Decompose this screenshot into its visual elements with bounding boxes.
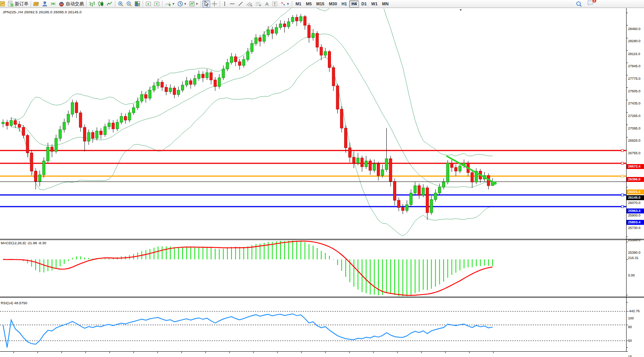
notification-badge: 1 [592,0,597,3]
line-handle[interactable] [621,175,624,177]
vertical-line-button[interactable] [221,0,228,8]
chart-canvas[interactable] [0,8,644,357]
toolbar-separator [201,1,201,7]
toolbar-separator [220,1,220,7]
new-order-button[interactable]: 新订单 [6,0,30,8]
macd-tick-label: 0.00 [628,273,635,277]
line-handle[interactable] [621,149,624,152]
toolbar-separator [31,1,31,7]
macd-tick-label: 216.31 [628,256,639,260]
price-line-label: 26145.0 [627,195,644,200]
zoom-out-button[interactable] [125,0,133,8]
timeframe-button-w1[interactable]: W1 [369,0,380,8]
timeframe-button-m15[interactable]: M15 [314,0,326,8]
price-tick-label: 27775.0 [628,77,641,81]
horizontal-line-button[interactable] [228,0,236,8]
price-line-label: 26221.4 [627,190,644,194]
price-tick-label: 25730.0 [628,226,641,230]
chevron-down-icon: ▼ [184,2,187,6]
crosshair-button[interactable] [210,0,219,8]
indicators-button[interactable]: ▼ [164,0,176,8]
svg-text:F: F [260,4,261,7]
search-icon[interactable] [575,0,583,8]
rsi-tick-label: 100 [628,316,634,320]
price-line-label: 26572.4 [627,164,644,169]
macd-tick-label: -442.76 [628,309,640,313]
price-tick-label: 28115.0 [628,52,640,56]
main-toolbar: 新订单 自动交易 [0,0,644,8]
price-line-label: 26396.9 [627,177,644,182]
toolbar-separator [143,1,143,7]
svg-text:E: E [250,4,252,7]
bars-icon[interactable] [88,0,96,8]
chevron-down-icon: ▼ [195,2,198,6]
rsi-indicator-label: RSI(14) 48.5750 [1,301,27,305]
toolbar-separator [115,1,115,7]
price-tick-label: 27945.0 [628,64,641,68]
timeframe-toolbar: M1M5M15M30H1H4D1W1MN [293,0,391,8]
time-axis[interactable] [0,351,628,357]
rsi-panel [0,311,627,348]
cursor-button[interactable] [202,0,210,8]
price-tick-label: 25390.0 [628,251,641,254]
templates-button[interactable]: ▼ [188,0,200,8]
timeframe-button-m5[interactable]: M5 [304,0,314,8]
price-tick-label: 27435.0 [628,101,641,105]
label-button[interactable]: T [271,0,279,8]
rsi-tick-label: 15 [628,355,632,357]
timeframe-button-h1[interactable]: H1 [339,0,349,8]
timeframe-button-mn[interactable]: MN [380,0,391,8]
candles-icon[interactable] [96,0,105,8]
timeframe-button-m30[interactable]: M30 [327,0,339,8]
channel-button[interactable]: E [245,0,254,8]
price-tick-label: 25560.0 [628,238,641,242]
price-tick-label: 25900.0 [628,213,641,217]
price-tick-label: 26070.0 [628,201,641,205]
chevron-down-icon: ▼ [287,2,290,6]
chevron-down-icon: ▼ [172,2,175,6]
toolbar-separator [86,1,87,7]
notifications-button[interactable]: 1 [587,0,594,8]
price-tick-label: 26925.0 [628,139,641,142]
new-chart-icon[interactable] [0,0,6,8]
price-tick-label: 26755.0 [628,151,641,155]
arrows-button[interactable]: ▼ [279,0,291,8]
autotrading-button[interactable]: 自动交易 [57,0,85,8]
macd-panel [3,240,493,297]
profile-icon[interactable] [41,0,49,8]
auto-scroll-button[interactable] [144,0,153,8]
price-tick-label: 27605.0 [628,89,641,93]
toolbar-separator [162,1,162,7]
line-chart-icon[interactable] [105,0,114,8]
line-handle[interactable] [621,194,624,196]
rsi-tick-label: 80 [628,325,632,329]
candlesticks [2,14,494,220]
symbol-ohlc-info: JPN225-,H4 26092.5 26195.0 26085.0 26145… [3,10,82,14]
line-handle[interactable] [621,162,624,164]
timeframe-button-d1[interactable]: D1 [359,0,369,8]
autotrading-label: 自动交易 [66,1,84,7]
tile-windows-icon[interactable] [133,0,142,8]
text-button[interactable]: A [263,0,271,8]
zoom-in-button[interactable] [117,0,125,8]
price-tick-label: 27265.0 [628,114,641,118]
signals-icon[interactable] [49,0,57,8]
chart-window: JPN225-,H4 26092.5 26195.0 26085.0 26145… [0,8,644,357]
charts-icon[interactable] [32,0,41,8]
price-line-label: 25803.4 [627,220,644,225]
fibonacci-button[interactable]: F [254,0,263,8]
chart-shift-button[interactable] [153,0,161,8]
macd-indicator-label: MACD(12,26,9) -21.88 -8.30 [1,241,46,245]
svg-text:A: A [265,1,269,7]
timeframe-button-m1[interactable]: M1 [293,0,304,8]
price-tick-label: 28460.0 [628,27,641,31]
rsi-tick-label: 50 [628,339,632,343]
trendline-button[interactable] [236,0,245,8]
chart-shift-marker: ▼ [459,8,462,12]
periods-button[interactable]: ▼ [176,0,188,8]
price-tick-label: 28290.0 [628,39,641,43]
new-order-label: 新订单 [15,1,28,7]
line-handle[interactable] [621,205,624,208]
timeframe-button-h4[interactable]: H4 [349,0,359,8]
mt4-window: 新订单 自动交易 [0,0,644,357]
